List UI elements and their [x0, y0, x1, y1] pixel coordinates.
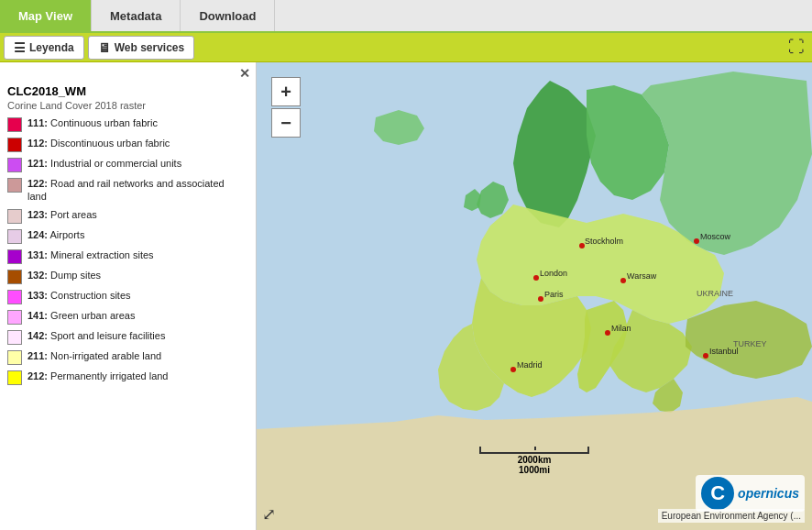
layer-title: CLC2018_WM	[7, 84, 248, 98]
legend-swatch	[7, 138, 22, 152]
legend-button[interactable]: ☰ Leyenda	[4, 36, 84, 60]
legend-item: 132: Dump sites	[7, 269, 248, 284]
legend-item: 121: Industrial or commercial units	[7, 157, 248, 172]
legend-item: 211: Non-irrigated arable land	[7, 349, 248, 365]
zoom-controls: + −	[271, 77, 301, 139]
legend-item: 122: Road and rail networks and associat…	[7, 177, 248, 204]
legend-panel: ✕ CLC2018_WM Corine Land Cover 2018 rast…	[0, 62, 257, 530]
legend-label: 121: Industrial or commercial units	[27, 157, 181, 170]
legend-label: 124: Airports	[27, 228, 84, 241]
svg-text:Warsaw: Warsaw	[627, 271, 657, 281]
legend-label: 111: Continuous urban fabric	[27, 116, 158, 129]
svg-text:Stockholm: Stockholm	[585, 237, 623, 246]
svg-point-9	[538, 296, 543, 302]
map-attribution: European Environment Agency (...	[658, 509, 805, 523]
list-icon: ☰	[14, 40, 26, 55]
legend-items: 111: Continuous urban fabric 112: Discon…	[7, 116, 248, 385]
legend-item: 131: Mineral extraction sites	[7, 248, 248, 264]
svg-point-11	[605, 330, 610, 336]
svg-point-5	[533, 275, 539, 281]
tab-metadata[interactable]: Metadata	[92, 0, 181, 31]
legend-swatch	[7, 178, 22, 193]
legend-label: 212: Permanently irrigated land	[27, 370, 169, 382]
legend-item: 111: Continuous urban fabric	[7, 116, 248, 132]
svg-text:Madrid: Madrid	[517, 360, 543, 370]
layer-subtitle: Corine Land Cover 2018 raster	[7, 100, 248, 111]
legend-item: 212: Permanently irrigated land	[7, 370, 248, 385]
legend-swatch	[7, 350, 22, 365]
copernicus-c-icon: C	[701, 477, 734, 510]
expand-icon[interactable]: ⛶	[788, 38, 805, 57]
legend-item: 133: Construction sites	[7, 289, 248, 304]
svg-text:Moscow: Moscow	[700, 232, 731, 241]
zoom-in-button[interactable]: +	[271, 77, 301, 106]
legend-label: 122: Road and rail networks and associat…	[27, 177, 237, 204]
legend-swatch	[7, 370, 22, 385]
legend-swatch	[7, 290, 22, 304]
legend-label: 123: Port areas	[27, 208, 97, 221]
scale-1000mi-label: 1000mi	[519, 465, 550, 475]
legend-label: 142: Sport and leisure facilities	[27, 329, 165, 342]
top-navigation: Map View Metadata Download	[0, 0, 812, 33]
legend-label: 131: Mineral extraction sites	[27, 248, 154, 261]
svg-text:TURKEY: TURKEY	[733, 339, 767, 348]
svg-text:Milan: Milan	[611, 324, 631, 333]
legend-swatch	[7, 229, 22, 244]
legend-swatch	[7, 158, 22, 172]
svg-text:London: London	[540, 269, 567, 278]
legend-item: 142: Sport and leisure facilities	[7, 329, 248, 345]
legend-label: 211: Non-irrigated arable land	[27, 349, 161, 362]
legend-swatch	[7, 209, 22, 224]
legend-swatch	[7, 330, 22, 345]
legend-label: 132: Dump sites	[27, 269, 101, 282]
expand-map-icon[interactable]: ⤢	[262, 504, 276, 524]
main-layout: ✕ CLC2018_WM Corine Land Cover 2018 rast…	[0, 62, 812, 530]
legend-item: 123: Port areas	[7, 208, 248, 224]
svg-point-13	[510, 367, 516, 372]
legend-swatch	[7, 310, 22, 325]
web-services-button[interactable]: 🖥 Web services	[88, 36, 195, 60]
legend-item: 112: Discontinuous urban fabric	[7, 137, 248, 152]
scale-2000km-label: 2000km	[518, 455, 552, 465]
legend-swatch	[7, 117, 22, 132]
tab-map-view[interactable]: Map View	[0, 0, 92, 31]
zoom-out-button[interactable]: −	[271, 108, 301, 138]
monitor-icon: 🖥	[98, 40, 111, 55]
svg-point-3	[694, 238, 699, 244]
svg-point-7	[620, 278, 626, 283]
map-area[interactable]: Stockholm Moscow London Warsaw Paris Mil…	[257, 62, 812, 530]
map-scale: 2000km 1000mi	[479, 447, 589, 475]
close-legend-button[interactable]: ✕	[239, 66, 250, 81]
legend-item: 141: Green urban areas	[7, 309, 248, 325]
legend-label: 112: Discontinuous urban fabric	[27, 137, 170, 149]
tab-download[interactable]: Download	[181, 0, 275, 31]
copernicus-logo: C opernicus	[696, 475, 805, 512]
legend-item: 124: Airports	[7, 228, 248, 244]
legend-swatch	[7, 249, 22, 264]
legend-label: 141: Green urban areas	[27, 309, 135, 322]
legend-swatch	[7, 270, 22, 284]
svg-text:UKRAINE: UKRAINE	[697, 289, 733, 298]
svg-text:Paris: Paris	[544, 290, 564, 299]
svg-point-15	[703, 353, 708, 359]
second-navigation: ☰ Leyenda 🖥 Web services ⛶	[0, 33, 812, 62]
legend-label: 133: Construction sites	[27, 289, 131, 302]
